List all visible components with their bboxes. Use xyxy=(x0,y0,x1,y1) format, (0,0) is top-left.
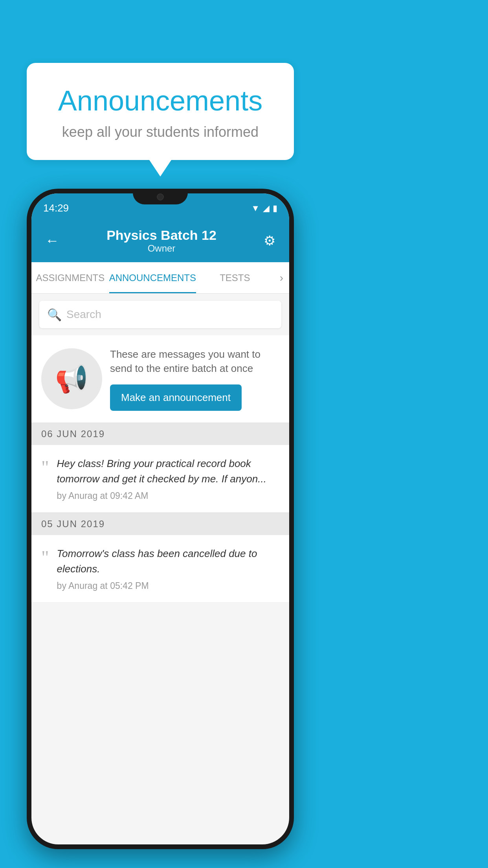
make-announcement-button[interactable]: Make an announcement xyxy=(110,384,242,411)
promo-card: 📢 These are messages you want to send to… xyxy=(31,335,289,423)
promo-content: These are messages you want to send to t… xyxy=(110,347,279,411)
announcement-meta-2: by Anurag at 05:42 PM xyxy=(57,581,149,591)
announcement-text-2: Tomorrow's class has been cancelled due … xyxy=(57,546,279,577)
battery-icon: ▮ xyxy=(273,203,277,213)
app-bar-title: Physics Batch 12 Owner xyxy=(63,228,260,254)
date-separator-june6: 06 JUN 2019 xyxy=(31,423,289,445)
megaphone-icon: 📢 xyxy=(55,363,88,395)
speech-bubble: Announcements keep all your students inf… xyxy=(27,63,294,160)
promo-icon-circle: 📢 xyxy=(41,348,102,409)
phone-wrapper: 14:29 ▼ ◢ ▮ ← Physics Batch 12 Owner ⚙ xyxy=(27,189,294,849)
quote-icon-1: " xyxy=(41,458,49,477)
announcement-text-1: Hey class! Bring your practical record b… xyxy=(57,456,279,487)
announcement-content-1: Hey class! Bring your practical record b… xyxy=(57,456,279,501)
tabs-more-button[interactable]: › xyxy=(274,272,289,284)
phone-screen: 14:29 ▼ ◢ ▮ ← Physics Batch 12 Owner ⚙ xyxy=(31,193,289,844)
app-bar: ← Physics Batch 12 Owner ⚙ xyxy=(31,219,289,262)
batch-subtitle: Owner xyxy=(63,243,260,254)
batch-title: Physics Batch 12 xyxy=(63,228,260,243)
announcement-meta-1: by Anurag at 09:42 AM xyxy=(57,491,149,501)
announcement-content-2: Tomorrow's class has been cancelled due … xyxy=(57,546,279,591)
content-area: 🔍 Search 📢 These are messages you want t… xyxy=(31,301,289,603)
promo-description: These are messages you want to send to t… xyxy=(110,347,279,376)
back-button[interactable]: ← xyxy=(41,228,63,253)
front-camera xyxy=(157,193,164,200)
status-icons: ▼ ◢ ▮ xyxy=(251,203,277,213)
tab-assignments[interactable]: ASSIGNMENTS xyxy=(31,262,109,293)
phone-notch xyxy=(133,189,188,204)
tabs-bar: ASSIGNMENTS ANNOUNCEMENTS TESTS › xyxy=(31,262,289,294)
bubble-title: Announcements xyxy=(50,85,270,117)
wifi-icon: ▼ xyxy=(251,203,260,213)
speech-bubble-container: Announcements keep all your students inf… xyxy=(27,63,294,160)
announcement-item-2[interactable]: " Tomorrow's class has been cancelled du… xyxy=(31,535,289,603)
phone-outer: 14:29 ▼ ◢ ▮ ← Physics Batch 12 Owner ⚙ xyxy=(27,189,294,849)
status-time: 14:29 xyxy=(43,202,69,214)
announcement-item-1[interactable]: " Hey class! Bring your practical record… xyxy=(31,445,289,513)
settings-button[interactable]: ⚙ xyxy=(260,229,279,252)
search-bar[interactable]: 🔍 Search xyxy=(39,301,281,328)
signal-icon: ◢ xyxy=(263,203,270,213)
quote-icon-2: " xyxy=(41,548,49,567)
tab-announcements[interactable]: ANNOUNCEMENTS xyxy=(109,262,196,293)
bubble-subtitle: keep all your students informed xyxy=(50,124,270,140)
tab-tests[interactable]: TESTS xyxy=(196,262,274,293)
date-separator-june5: 05 JUN 2019 xyxy=(31,513,289,535)
search-placeholder: Search xyxy=(66,308,101,321)
search-icon: 🔍 xyxy=(47,308,62,322)
